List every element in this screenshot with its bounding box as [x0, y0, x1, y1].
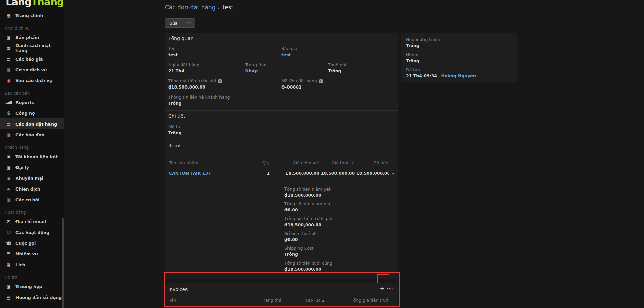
created-by-link[interactable]: Hoàng Nguyễn — [441, 73, 476, 78]
field-customer-contact: Thông tin liên hệ khách hàng Trống — [168, 95, 395, 106]
sidebar-item-label: Các báo giá — [15, 57, 43, 62]
sidebar-item-label: Lịch — [15, 262, 25, 267]
total-grand-amount: Tổng số tiền cuối cùng ₫18,500,000.00 — [284, 261, 395, 272]
sidebar-item-calls[interactable]: Cuộc gọi — [0, 238, 64, 248]
bar-chart-icon — [5, 101, 13, 104]
dollar-icon — [5, 110, 13, 116]
sidebar-item-invoices[interactable]: Các hóa đơn — [0, 129, 64, 140]
add-invoice-button[interactable]: + — [380, 285, 384, 292]
invoices-table-row: test Nháp 21 Th4 09:34 ₫18,500,000.00 ▼ — [168, 304, 395, 308]
edit-button[interactable]: Sửa — [165, 18, 182, 28]
line-chart-icon — [5, 186, 13, 192]
items-section: Items Tên sản phẩm Qty Giá niêm yết Giá … — [165, 140, 398, 279]
logo-text-part1: Lang — [6, 0, 31, 8]
sidebar-item-label: Reports — [15, 100, 34, 105]
field-order-code: Mã đơn đặt hàng O-00062 — [281, 78, 395, 90]
sidebar-item-user-guide[interactable]: Hướng dẫn sử dụng — [0, 292, 64, 303]
phone-icon — [5, 241, 13, 246]
envelope-icon — [5, 219, 13, 224]
invoices-more-button[interactable]: ••• — [387, 287, 393, 290]
sidebar-item-quotes[interactable]: Các báo giá — [0, 54, 64, 64]
sidebar-item-linked-accounts[interactable]: Tài khoản liên kết — [0, 151, 64, 162]
sidebar-item-cases[interactable]: Trường hợp — [0, 281, 64, 292]
total-shipping-cost: Shipping Cost Trống — [284, 246, 395, 257]
quote-link[interactable]: test — [281, 52, 291, 57]
sidebar-item-promotions[interactable]: Khuyến mại — [0, 173, 64, 183]
sidebar-item-label: Cuộc gọi — [15, 241, 36, 246]
field-assignee: Người phụ trách Trống — [406, 37, 512, 48]
document-dollar-icon — [5, 57, 13, 62]
total-tax-amount: Số tiền thuế phí ₫0.00 — [284, 231, 395, 242]
sidebar-item-campaigns[interactable]: Chiến dịch — [0, 183, 64, 194]
calendar-icon — [5, 262, 13, 267]
sidebar-item-service-centers[interactable]: Cơ sở dịch vụ — [0, 64, 64, 75]
sidebar-section-activities: Hoạt động — [0, 205, 64, 216]
invoices-panel: Invoices + ••• Tên Trạng thái Tạo lúc▲ T… — [165, 283, 398, 308]
sort-asc-icon: ▲ — [322, 299, 324, 302]
sidebar-item-label: Trường hợp — [15, 284, 42, 289]
sidebar-item-debts[interactable]: Công nợ — [0, 108, 64, 118]
items-title: Items — [168, 143, 395, 148]
sidebar-item-label: Trang chính — [15, 13, 43, 18]
app-logo[interactable]: LangThang — [0, 0, 64, 10]
invoices-table-header: Tên Trạng thái Tạo lúc▲ Tổng giá tiền tr… — [168, 296, 395, 304]
sidebar-scrollbar[interactable] — [62, 218, 64, 308]
sidebar-item-home[interactable]: Trang chính — [0, 10, 64, 21]
breadcrumb-parent-link[interactable]: Các đơn đặt hàng — [165, 4, 215, 11]
details-title: Chi tiết — [168, 113, 395, 119]
status-badge: Nháp — [245, 68, 328, 73]
sidebar-item-emails[interactable]: Địa chỉ email — [0, 216, 64, 227]
field-name: Tên test — [168, 46, 281, 57]
sidebar-item-label: Các cơ hội — [15, 197, 40, 202]
sidebar-section-customers: Khách hàng — [0, 140, 64, 151]
record-actions: Sửa ••• — [165, 18, 398, 28]
sidebar-item-label: Hướng dẫn sử dụng — [15, 295, 62, 300]
sidebar-item-agents[interactable]: Đại lý — [0, 162, 64, 173]
sort-by-created[interactable]: Tạo lúc▲ — [305, 298, 350, 303]
invoices-title: Invoices — [168, 287, 188, 292]
sidebar-item-tasks[interactable]: Nhiệm vụ — [0, 248, 64, 259]
sidebar-item-label: Địa chỉ email — [15, 219, 46, 224]
sidebar-item-products[interactable]: Sản phẩm — [0, 32, 64, 43]
info-icon[interactable] — [319, 79, 323, 83]
sidebar-item-reports[interactable]: Reports — [0, 97, 64, 108]
product-link[interactable]: CANTON FAIR 137 — [169, 171, 211, 176]
sidebar-item-opportunities[interactable]: Các cơ hội — [0, 194, 64, 205]
field-order-date: Ngày đặt hàng 21 Th4 — [168, 62, 245, 73]
dot-circle-icon — [5, 78, 13, 83]
sidebar-item-label: Công nợ — [15, 111, 35, 116]
sidebar-item-label: Cơ sở dịch vụ — [15, 67, 47, 72]
sidebar-item-label: Tài khoản liên kết — [15, 154, 58, 159]
sidebar-item-label: Các đơn đặt hàng — [15, 122, 57, 127]
info-icon[interactable] — [218, 79, 222, 83]
sidebar-item-service-requests[interactable]: Yêu cầu dịch vụ — [0, 75, 64, 86]
cash-register-clock-icon — [5, 154, 13, 159]
overview-title: Tổng quan — [168, 36, 395, 41]
cash-register-pink-icon — [5, 176, 13, 181]
items-table-row: CANTON FAIR 137 1 18,500,000.00 18,500,0… — [168, 167, 395, 179]
items-table: Tên sản phẩm Qty Giá niêm yết Giá thực t… — [168, 159, 395, 179]
total-list-amount: Tổng số tiền niêm yết ₫18,500,000.00 — [284, 186, 395, 198]
sidebar-item-sales-orders[interactable]: Các đơn đặt hàng — [0, 118, 64, 129]
sidebar-item-label: Sản phẩm — [15, 35, 39, 40]
address-book-icon — [5, 197, 13, 202]
breadcrumb-current: test — [222, 4, 233, 11]
sidebar-item-calendar[interactable]: Lịch — [0, 259, 64, 270]
total-discount-amount: Tổng số tiền giảm giá ₫0.00 — [284, 201, 395, 212]
row-dropdown-icon[interactable]: ▼ — [392, 172, 394, 175]
sidebar-item-label: Yêu cầu dịch vụ — [15, 78, 53, 83]
field-pretax-total: Tổng giá tiền trước phí ₫18,500,000.00 — [168, 78, 281, 90]
logo-text-part2: Thang — [31, 0, 63, 8]
overview-section: Tổng quan Tên test Báo giá test Ngày đặt… — [165, 33, 398, 110]
breadcrumb: Các đơn đặt hàng›test — [165, 0, 398, 13]
sidebar-section-support: Hỗ trợ — [0, 270, 64, 281]
sidebar-item-activities[interactable]: Các hoạt động — [0, 227, 64, 238]
sidebar: LangThang Trang chính Khối dịch vụ Sản p… — [0, 0, 64, 308]
more-actions-button[interactable]: ••• — [182, 18, 195, 28]
field-team: Nhóm Trống — [406, 52, 512, 63]
sidebar-section-services: Khối dịch vụ — [0, 21, 64, 32]
grid-purple-icon — [5, 67, 13, 72]
sidebar-item-item-list[interactable]: Danh sách mặt hàng — [0, 43, 64, 54]
field-created: Đã tạo 21 Th4 09:34›Hoàng Nguyễn — [406, 67, 512, 78]
sidebar-item-label: Nhiệm vụ — [15, 251, 38, 256]
